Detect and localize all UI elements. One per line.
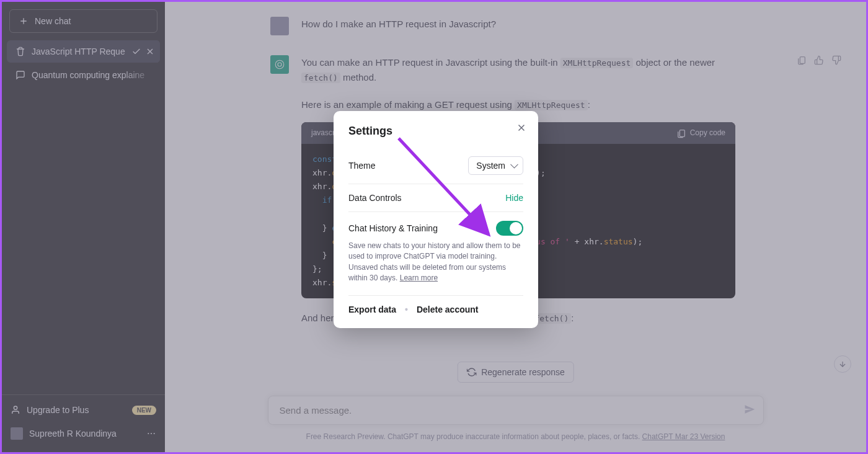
theme-row: Theme System: [348, 148, 523, 184]
data-controls-label: Data Controls: [348, 193, 402, 203]
history-description: Save new chats to your history and allow…: [348, 241, 523, 284]
learn-more-link[interactable]: Learn more: [400, 274, 438, 282]
modal-title: Settings: [348, 125, 523, 138]
hide-button[interactable]: Hide: [505, 193, 523, 203]
chat-history-row: Chat History & Training Save new chats t…: [348, 212, 523, 296]
data-controls-row: Data Controls Hide: [348, 184, 523, 212]
close-icon: [516, 122, 527, 133]
history-toggle[interactable]: [496, 221, 523, 236]
settings-modal: Settings Theme System Data Controls Hide…: [334, 111, 538, 328]
history-label: Chat History & Training: [348, 223, 438, 233]
theme-select[interactable]: System: [468, 156, 523, 175]
close-button[interactable]: [516, 122, 527, 135]
delete-account-button[interactable]: Delete account: [417, 305, 479, 314]
modal-actions: Export data • Delete account: [348, 296, 523, 314]
export-data-button[interactable]: Export data: [348, 305, 396, 314]
theme-label: Theme: [348, 161, 376, 171]
